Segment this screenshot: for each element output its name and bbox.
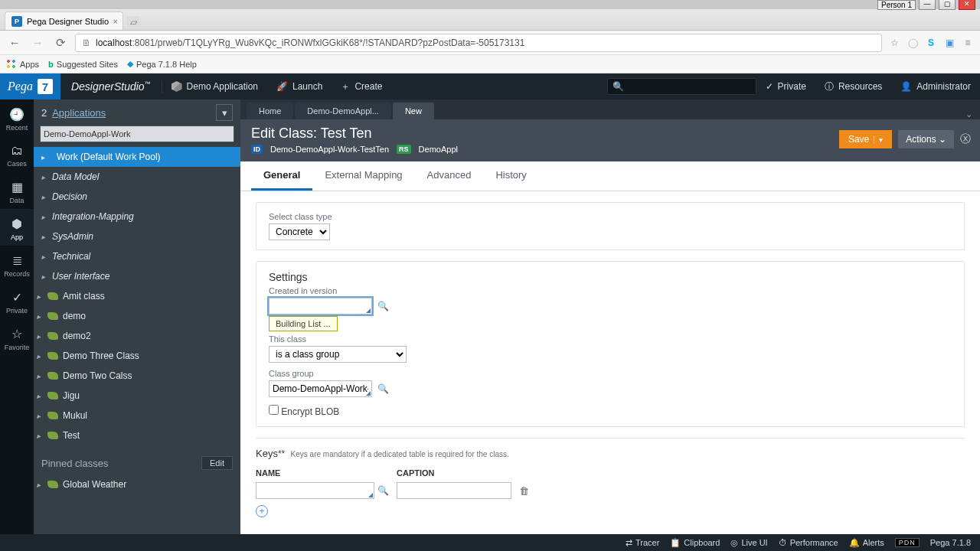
tracer-icon: ⇄ [626,538,632,548]
window-maximize[interactable]: ▢ [939,0,956,10]
tree-class[interactable]: ▸Amit class [34,286,240,306]
window-close[interactable]: ✕ [959,0,975,10]
nav-back-icon[interactable]: ← [6,34,23,51]
rail-records[interactable]: ≣Records [0,246,34,282]
tree-item[interactable]: ▸SysAdmin [34,227,240,246]
tree-class[interactable]: ▸Demo Two Calss [34,366,240,386]
id-badge: ID [251,145,263,154]
tab-general[interactable]: General [251,161,312,191]
designer-studio-label[interactable]: DesignerStudio™ [60,80,162,93]
new-tab-button[interactable]: ▱ [126,16,140,30]
applications-link[interactable]: Applications [52,107,106,119]
pega-logo[interactable]: Pega 7 [0,73,60,99]
tree-class[interactable]: ▸Jigu [34,386,240,406]
add-key-button[interactable]: + [256,505,268,517]
tree-item[interactable]: ▸Technical [34,246,240,266]
bookmarks-bar: Apps bSuggested Sites ◆Pega 7.1.8 Help [0,55,980,73]
chrome-menu-icon[interactable]: ≡ [962,37,974,49]
browser-tab-pega[interactable]: P Pega Designer Studio × [5,11,123,30]
nav-reload-icon[interactable]: ⟳ [52,34,69,51]
tree-class[interactable]: ▸Demo Three Class [34,346,240,366]
close-tab-icon[interactable]: × [113,17,118,26]
rail-data[interactable]: ▦Data [0,172,34,209]
tree-class[interactable]: ▸demo2 [34,326,240,346]
class-type-select[interactable]: Concrete [269,223,330,240]
tabs-overflow-icon[interactable]: ⌄ [958,109,980,119]
encrypt-blob-checkbox[interactable] [269,405,279,415]
bookmark-star-icon[interactable]: ☆ [888,37,900,49]
rail-cases[interactable]: 🗂Cases [0,136,34,172]
private-toggפ[interactable]: ✓Private [756,73,815,99]
class-group-input[interactable] [269,380,372,397]
tree-item[interactable]: ▸User Interface [34,266,240,286]
rail-app[interactable]: ⬢App [0,209,34,246]
launch-button[interactable]: 🚀Launch [267,73,332,99]
lookup-icon[interactable]: 🔍 [377,485,389,496]
save-button[interactable]: Save▾ [839,130,892,148]
autocomplete-handle-icon[interactable] [368,493,373,497]
autocomplete-handle-icon[interactable] [366,391,371,396]
window-minimize[interactable]: — [919,0,936,10]
footer-tracer[interactable]: ⇄Tracer [626,538,659,548]
tab-external-mapping[interactable]: External Mapping [312,161,414,191]
encrypt-blob-label: Encrypt BLOB [281,406,339,417]
operator-label: Administrator [916,81,971,92]
nav-forward-icon[interactable]: → [29,34,46,51]
ext-icon-2[interactable]: ▣ [943,37,956,49]
developer-toolbar: ⇄Tracer 📋Clipboard ◎Live UI ⏱Performance… [0,534,980,551]
header-search[interactable]: 🔍 [607,78,756,95]
tab-advanced[interactable]: Advanced [415,161,484,191]
operator-menu[interactable]: 👤Administrator [891,73,980,99]
tree-label: Work (Default Work Pool) [57,152,161,162]
footer-performance[interactable]: ⏱Performance [779,538,838,547]
app-selector[interactable] [40,126,234,142]
tree-item[interactable]: ▸Integration-Mapping [34,207,240,227]
rail-favorite[interactable]: ☆Favorite [0,319,34,356]
skype-icon[interactable]: S [925,37,937,49]
person-badge[interactable]: Person 1 [877,0,916,10]
key-caption-input[interactable] [397,482,511,499]
tree-class[interactable]: ▸demo [34,306,240,326]
tree-item[interactable]: ▸Decision [34,187,240,207]
tree-work-pool[interactable]: ▸Work (Default Work Pool) [34,147,240,167]
ext-icon-1[interactable]: ◯ [906,37,919,49]
resources-button[interactable]: ⓘResources [815,73,891,99]
create-button[interactable]: ＋Create [332,73,391,99]
footer-liveui[interactable]: ◎Live UI [730,538,767,548]
rule-close-icon[interactable]: ⓧ [960,132,971,146]
created-version-input[interactable] [269,298,372,315]
tab-new[interactable]: New [393,103,434,119]
autocomplete-handle-icon[interactable] [366,308,371,313]
footer-clipboard[interactable]: 📋Clipboard [670,538,720,548]
this-class-select[interactable]: is a class group [269,346,407,363]
tab-home[interactable]: Home [247,103,293,119]
rail-recent[interactable]: 🕘Recent [0,99,34,136]
tree-class[interactable]: ▸Mukul [34,406,240,425]
tab-history[interactable]: History [483,161,538,191]
app-switcher[interactable]: Demo Application [162,73,267,99]
bookmark-suggested[interactable]: bSuggested Sites [48,60,118,69]
tree-class[interactable]: ▸Test [34,425,240,445]
save-caret-icon[interactable]: ▾ [874,135,883,144]
footer-pdn[interactable]: PDN [895,538,920,547]
rail-private[interactable]: ✓Private [0,282,34,319]
pinned-class[interactable]: ▸Global Weather [34,474,240,494]
bookmark-apps[interactable]: Apps [6,59,39,70]
lookup-icon[interactable]: 🔍 [377,301,389,311]
actions-button[interactable]: Actions ⌄ [898,130,954,148]
key-name-input[interactable] [256,482,374,499]
rocket-icon: 🚀 [276,81,288,92]
tree-item[interactable]: ▸Data Model [34,167,240,187]
page-info-icon[interactable]: 🗎 [82,37,91,48]
address-bar[interactable]: 🗎 localhost:8081/prweb/T1QLyYRg_Wu8vKQc_… [75,34,882,52]
expand-icon[interactable]: ▾ [216,104,233,121]
delete-row-icon[interactable]: 🗑 [519,485,529,497]
main-area: Home Demo-DemoAppl... New ⌄ Edit Class: … [240,99,980,534]
bookmark-help[interactable]: ◆Pega 7.1.8 Help [127,59,197,69]
tab-demo[interactable]: Demo-DemoAppl... [295,103,391,119]
edit-pinned-button[interactable]: Edit [201,456,233,470]
footer-alerts[interactable]: 🔔Alerts [849,538,884,548]
autocomplete-popup: Building List ... [269,316,338,331]
class-group-label: Class group [269,369,952,378]
lookup-icon[interactable]: 🔍 [377,383,389,394]
